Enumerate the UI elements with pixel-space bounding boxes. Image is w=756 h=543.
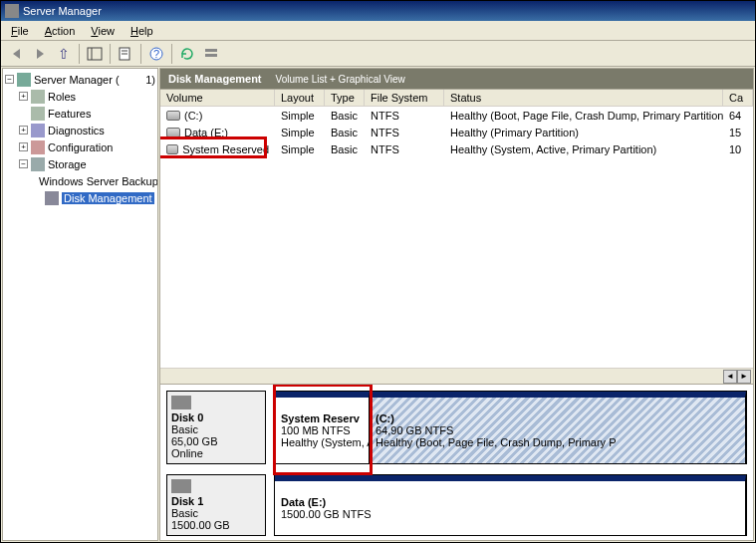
volume-list-body: (C:) Simple Basic NTFS Healthy (Boot, Pa…: [160, 107, 753, 368]
disk-icon: [171, 396, 191, 409]
col-layout[interactable]: Layout: [275, 90, 325, 106]
graphical-view: Disk 0 Basic 65,00 GB Online System Rese…: [159, 385, 754, 541]
disk1-type: Basic: [171, 507, 261, 519]
volume-row[interactable]: Data (E:) Simple Basic NTFS Healthy (Pri…: [160, 124, 753, 140]
toolbar-separator: [171, 44, 172, 64]
svg-text:?: ?: [153, 48, 159, 60]
volume-list: Volume Layout Type File System Status Ca…: [159, 90, 754, 385]
back-button[interactable]: [5, 43, 27, 65]
menu-bar: File Action View Help: [1, 21, 755, 41]
properties-button[interactable]: [115, 43, 136, 65]
title-bar: Server Manager: [1, 1, 755, 21]
help-button[interactable]: ?: [145, 43, 167, 65]
col-fs[interactable]: File System: [365, 90, 444, 106]
disk0-header[interactable]: Disk 0 Basic 65,00 GB Online: [166, 391, 266, 464]
panel-icon: [87, 46, 103, 62]
volume-row[interactable]: (C:) Simple Basic NTFS Healthy (Boot, Pa…: [160, 107, 753, 124]
col-status[interactable]: Status: [444, 90, 723, 106]
storage-icon: [31, 157, 45, 171]
toolbar-separator: [140, 44, 141, 64]
svg-rect-0: [88, 48, 102, 60]
help-icon: ?: [148, 46, 164, 62]
drive-icon: [166, 111, 180, 121]
tree-wsb[interactable]: Windows Server Backup: [5, 172, 155, 189]
list-icon: [203, 46, 219, 62]
disk0-status: Online: [171, 447, 261, 459]
scrollbar[interactable]: ◄ ►: [160, 368, 753, 384]
settings-button[interactable]: [200, 43, 222, 65]
expand-icon[interactable]: +: [19, 126, 28, 135]
drive-icon: [166, 144, 178, 154]
disk0-type: Basic: [171, 423, 261, 435]
disk-row: Disk 1 Basic 1500.00 GB Data (E:) 1500.0…: [166, 474, 747, 536]
tree-diskmgmt[interactable]: Disk Management: [5, 189, 155, 206]
toolbar: ⇧ ?: [1, 41, 755, 67]
vol-system-reserved[interactable]: System Reserv 100 MB NTFS Healthy (Syste…: [275, 392, 370, 463]
disk1-label: Disk 1: [171, 495, 261, 507]
diagnostics-icon: [31, 124, 45, 137]
main-area: − Server Manager ( 1) +Roles Features +D…: [1, 67, 755, 542]
arrow-left-icon: [13, 49, 20, 59]
disk1-size: 1500.00 GB: [171, 519, 261, 531]
disk1-header[interactable]: Disk 1 Basic 1500.00 GB: [166, 474, 266, 536]
toolbar-separator: [110, 44, 111, 64]
disk0-size: 65,00 GB: [171, 435, 261, 447]
forward-button[interactable]: [29, 43, 51, 65]
disk0-volumes: System Reserv 100 MB NTFS Healthy (Syste…: [274, 391, 747, 464]
refresh-icon: [179, 46, 195, 62]
disk-icon: [171, 479, 191, 493]
tree-features[interactable]: Features: [5, 105, 155, 122]
vol-data-e[interactable]: Data (E:) 1500.00 GB NTFS: [275, 475, 746, 535]
scroll-right-icon[interactable]: ►: [737, 370, 751, 384]
svg-rect-7: [205, 49, 217, 52]
collapse-icon[interactable]: −: [5, 75, 14, 84]
tree-root[interactable]: − Server Manager ( 1): [5, 71, 155, 88]
server-icon: [17, 73, 31, 87]
features-icon: [31, 107, 45, 121]
collapse-icon[interactable]: −: [19, 159, 28, 168]
disk-row: Disk 0 Basic 65,00 GB Online System Rese…: [166, 391, 747, 464]
content-panel: Disk Management Volume List + Graphical …: [159, 68, 754, 541]
drive-icon: [166, 128, 180, 137]
tree-root-label: Server Manager (: [34, 74, 120, 86]
disk0-label: Disk 0: [171, 411, 261, 423]
menu-help[interactable]: Help: [123, 23, 161, 39]
roles-icon: [31, 90, 45, 104]
properties-icon: [118, 46, 133, 62]
col-volume[interactable]: Volume: [160, 90, 275, 106]
folder-up-icon: ⇧: [58, 46, 70, 62]
volume-list-header: Volume Layout Type File System Status Ca: [160, 90, 753, 107]
disk1-volumes: Data (E:) 1500.00 GB NTFS: [274, 474, 747, 536]
configuration-icon: [31, 140, 45, 154]
svg-rect-8: [205, 54, 217, 57]
arrow-right-icon: [37, 49, 44, 59]
expand-icon[interactable]: +: [19, 92, 28, 101]
menu-view[interactable]: View: [83, 23, 123, 39]
expand-icon[interactable]: +: [19, 142, 28, 151]
tree-storage[interactable]: −Storage: [5, 155, 155, 172]
scroll-left-icon[interactable]: ◄: [723, 370, 737, 384]
tree-root-count: 1): [145, 74, 155, 86]
up-button[interactable]: ⇧: [53, 43, 75, 65]
vol-c[interactable]: (C:) 64,90 GB NTFS Healthy (Boot, Page F…: [370, 392, 746, 463]
window-title: Server Manager: [23, 5, 102, 17]
tree-configuration[interactable]: +Configuration: [5, 138, 155, 155]
toolbar-separator: [79, 44, 80, 64]
content-header: Disk Management Volume List + Graphical …: [159, 68, 754, 90]
col-type[interactable]: Type: [325, 90, 365, 106]
refresh-button[interactable]: [176, 43, 198, 65]
app-icon: [5, 4, 19, 18]
disk-icon: [45, 191, 59, 205]
content-subtitle: Volume List + Graphical View: [276, 74, 405, 85]
col-capacity[interactable]: Ca: [723, 90, 753, 106]
tree-diagnostics[interactable]: +Diagnostics: [5, 122, 155, 138]
content-title: Disk Management: [168, 73, 262, 85]
menu-action[interactable]: Action: [37, 23, 84, 39]
tree-roles[interactable]: +Roles: [5, 88, 155, 105]
tree-panel[interactable]: − Server Manager ( 1) +Roles Features +D…: [2, 68, 158, 541]
show-hide-button[interactable]: [84, 43, 106, 65]
volume-row[interactable]: System Reserved Simple Basic NTFS Health…: [160, 140, 753, 157]
menu-file[interactable]: File: [3, 23, 37, 39]
